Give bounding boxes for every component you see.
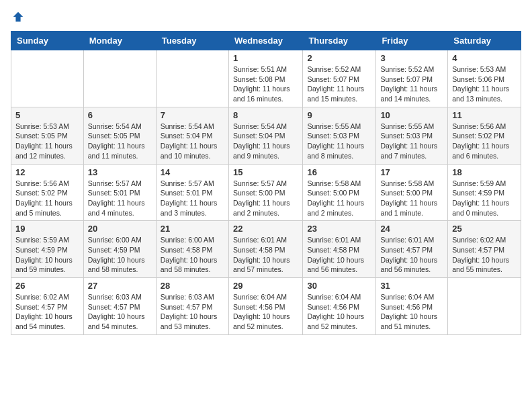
day-info: Sunrise: 5:55 AM Sunset: 5:03 PM Dayligh… [307,122,371,161]
calendar-header-row: SundayMondayTuesdayWednesdayThursdayFrid… [11,32,521,50]
day-number: 12 [15,167,79,177]
day-info: Sunrise: 5:54 AM Sunset: 5:04 PM Dayligh… [161,122,224,161]
day-number: 2 [307,53,371,63]
day-info: Sunrise: 5:51 AM Sunset: 5:08 PM Dayligh… [233,64,298,104]
day-number: 8 [233,110,298,120]
day-info: Sunrise: 5:52 AM Sunset: 5:07 PM Dayligh… [307,64,371,104]
day-number: 28 [161,281,224,291]
calendar-cell: 26Sunrise: 6:02 AM Sunset: 4:57 PM Dayli… [11,278,84,335]
day-number: 3 [380,53,443,63]
calendar-cell: 31Sunrise: 6:04 AM Sunset: 4:56 PM Dayli… [376,278,448,335]
page-header [11,11,521,23]
day-number: 5 [15,110,79,120]
day-number: 19 [15,224,79,234]
calendar-cell: 8Sunrise: 5:54 AM Sunset: 5:04 PM Daylig… [228,107,302,164]
day-number: 6 [88,110,152,120]
day-number: 20 [88,224,152,234]
calendar-cell: 23Sunrise: 6:01 AM Sunset: 4:58 PM Dayli… [303,221,376,278]
day-number: 25 [452,224,517,234]
day-info: Sunrise: 5:53 AM Sunset: 5:06 PM Dayligh… [452,64,517,104]
day-number: 16 [307,167,371,177]
calendar-cell: 5Sunrise: 5:53 AM Sunset: 5:05 PM Daylig… [11,107,84,164]
svg-marker-0 [13,12,23,21]
calendar-cell: 29Sunrise: 6:04 AM Sunset: 4:56 PM Dayli… [228,278,302,335]
calendar-cell: 12Sunrise: 5:56 AM Sunset: 5:02 PM Dayli… [11,164,84,221]
day-number: 15 [233,167,298,177]
day-number: 7 [161,110,224,120]
day-number: 11 [452,110,517,120]
calendar-header-sunday: Sunday [11,32,84,50]
calendar-cell [83,50,156,107]
calendar-week-row: 5Sunrise: 5:53 AM Sunset: 5:05 PM Daylig… [11,107,521,164]
day-info: Sunrise: 6:02 AM Sunset: 4:57 PM Dayligh… [452,235,517,275]
day-info: Sunrise: 5:53 AM Sunset: 5:05 PM Dayligh… [15,122,79,161]
day-info: Sunrise: 6:01 AM Sunset: 4:57 PM Dayligh… [380,235,443,275]
day-info: Sunrise: 5:54 AM Sunset: 5:04 PM Dayligh… [233,122,298,161]
calendar-cell: 15Sunrise: 5:57 AM Sunset: 5:00 PM Dayli… [228,164,302,221]
day-number: 24 [380,224,443,234]
day-number: 30 [307,281,371,291]
day-info: Sunrise: 5:59 AM Sunset: 4:59 PM Dayligh… [15,235,79,275]
calendar-cell [156,50,228,107]
day-number: 22 [233,224,298,234]
calendar-cell: 25Sunrise: 6:02 AM Sunset: 4:57 PM Dayli… [448,221,521,278]
day-number: 1 [233,53,298,63]
calendar-header-monday: Monday [83,32,156,50]
day-info: Sunrise: 6:01 AM Sunset: 4:58 PM Dayligh… [307,235,371,275]
day-info: Sunrise: 6:00 AM Sunset: 4:59 PM Dayligh… [88,235,152,275]
calendar-cell: 27Sunrise: 6:03 AM Sunset: 4:57 PM Dayli… [83,278,156,335]
day-info: Sunrise: 5:52 AM Sunset: 5:07 PM Dayligh… [380,64,443,104]
day-number: 14 [161,167,224,177]
calendar-header-tuesday: Tuesday [156,32,228,50]
day-info: Sunrise: 6:04 AM Sunset: 4:56 PM Dayligh… [307,292,371,332]
calendar-cell: 4Sunrise: 5:53 AM Sunset: 5:06 PM Daylig… [448,50,521,107]
day-number: 31 [380,281,443,291]
day-info: Sunrise: 5:58 AM Sunset: 5:00 PM Dayligh… [307,179,371,218]
day-number: 13 [88,167,152,177]
calendar-cell: 14Sunrise: 5:57 AM Sunset: 5:01 PM Dayli… [156,164,228,221]
day-number: 10 [380,110,443,120]
day-number: 18 [452,167,517,177]
day-info: Sunrise: 5:59 AM Sunset: 4:59 PM Dayligh… [452,179,517,218]
calendar-cell [448,278,521,335]
calendar-cell: 6Sunrise: 5:54 AM Sunset: 5:05 PM Daylig… [83,107,156,164]
calendar-table: SundayMondayTuesdayWednesdayThursdayFrid… [11,31,521,335]
calendar-cell [11,50,84,107]
calendar-cell: 24Sunrise: 6:01 AM Sunset: 4:57 PM Dayli… [376,221,448,278]
day-number: 4 [452,53,517,63]
day-info: Sunrise: 6:01 AM Sunset: 4:58 PM Dayligh… [233,235,298,275]
day-info: Sunrise: 5:57 AM Sunset: 5:01 PM Dayligh… [88,179,152,218]
calendar-cell: 16Sunrise: 5:58 AM Sunset: 5:00 PM Dayli… [303,164,376,221]
calendar-cell: 22Sunrise: 6:01 AM Sunset: 4:58 PM Dayli… [228,221,302,278]
logo [11,11,24,23]
calendar-cell: 9Sunrise: 5:55 AM Sunset: 5:03 PM Daylig… [303,107,376,164]
calendar-cell: 28Sunrise: 6:03 AM Sunset: 4:57 PM Dayli… [156,278,228,335]
day-number: 17 [380,167,443,177]
calendar-cell: 30Sunrise: 6:04 AM Sunset: 4:56 PM Dayli… [303,278,376,335]
calendar-cell: 18Sunrise: 5:59 AM Sunset: 4:59 PM Dayli… [448,164,521,221]
day-info: Sunrise: 6:00 AM Sunset: 4:58 PM Dayligh… [161,235,224,275]
calendar-week-row: 12Sunrise: 5:56 AM Sunset: 5:02 PM Dayli… [11,164,521,221]
calendar-header-wednesday: Wednesday [228,32,302,50]
calendar-week-row: 26Sunrise: 6:02 AM Sunset: 4:57 PM Dayli… [11,278,521,335]
calendar-cell: 13Sunrise: 5:57 AM Sunset: 5:01 PM Dayli… [83,164,156,221]
day-info: Sunrise: 6:04 AM Sunset: 4:56 PM Dayligh… [380,292,443,332]
calendar-cell: 2Sunrise: 5:52 AM Sunset: 5:07 PM Daylig… [303,50,376,107]
day-number: 29 [233,281,298,291]
day-number: 21 [161,224,224,234]
day-info: Sunrise: 6:02 AM Sunset: 4:57 PM Dayligh… [15,292,79,332]
day-number: 9 [307,110,371,120]
day-number: 23 [307,224,371,234]
calendar-week-row: 1Sunrise: 5:51 AM Sunset: 5:08 PM Daylig… [11,50,521,107]
calendar-week-row: 19Sunrise: 5:59 AM Sunset: 4:59 PM Dayli… [11,221,521,278]
day-info: Sunrise: 5:54 AM Sunset: 5:05 PM Dayligh… [88,122,152,161]
calendar-cell: 21Sunrise: 6:00 AM Sunset: 4:58 PM Dayli… [156,221,228,278]
calendar-header-saturday: Saturday [448,32,521,50]
calendar-cell: 3Sunrise: 5:52 AM Sunset: 5:07 PM Daylig… [376,50,448,107]
calendar-header-thursday: Thursday [303,32,376,50]
day-info: Sunrise: 6:03 AM Sunset: 4:57 PM Dayligh… [88,292,152,332]
logo-icon [12,11,24,23]
day-info: Sunrise: 6:03 AM Sunset: 4:57 PM Dayligh… [161,292,224,332]
calendar-cell: 1Sunrise: 5:51 AM Sunset: 5:08 PM Daylig… [228,50,302,107]
day-number: 26 [15,281,79,291]
